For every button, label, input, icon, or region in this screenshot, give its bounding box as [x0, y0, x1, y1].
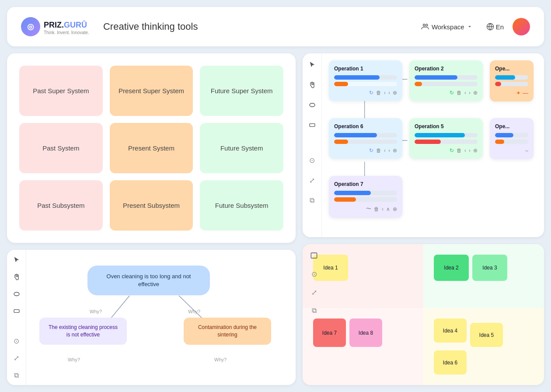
op6-next-icon[interactable]: ›: [388, 147, 390, 154]
op-card-7[interactable]: Operation 7 〜 🗑 ‹ ∧ ⊕: [329, 176, 402, 218]
grid-cell-past-subsystem[interactable]: Past Subsystem: [19, 180, 103, 231]
ops-rect-tool[interactable]: [306, 119, 318, 131]
op6-prev-icon[interactable]: ‹: [384, 147, 386, 154]
shape-tool[interactable]: [10, 289, 23, 298]
op-bar-2a: [415, 75, 478, 80]
ideas-copy-tool[interactable]: ⧉: [308, 304, 320, 317]
workspace-label: Workspace: [432, 23, 464, 31]
op-partial2-icon[interactable]: ~: [525, 147, 528, 154]
ops-target-tool[interactable]: ⊙: [306, 154, 318, 166]
fishbone-right-node[interactable]: Contamination during the sintering: [184, 318, 271, 345]
op7-wave-icon[interactable]: 〜: [366, 205, 371, 213]
grid-cell-future-subsystem[interactable]: Future Subsystem: [200, 180, 283, 231]
op3-partial-icon[interactable]: ✦: [516, 90, 521, 96]
quadrant-3: Idea 7 Idea 8: [303, 308, 423, 385]
language-button[interactable]: En: [486, 23, 504, 31]
op7-prev-icon[interactable]: ‹: [382, 206, 384, 212]
workspace-button[interactable]: Workspace: [416, 19, 478, 34]
idea-sticky-4[interactable]: Idea 4: [434, 318, 467, 343]
op-title-2: Operation 2: [415, 66, 478, 72]
ops-hand-tool[interactable]: [306, 79, 318, 91]
idea-sticky-2[interactable]: Idea 2: [434, 255, 469, 281]
app-title: Creative thinking tools: [103, 21, 198, 32]
ideas-rect-tool[interactable]: [308, 249, 320, 262]
op2-next-icon[interactable]: ›: [469, 90, 471, 96]
op2-add-icon[interactable]: ⊕: [473, 90, 478, 96]
op-bar-3a: [495, 75, 528, 80]
fishbone-main-node[interactable]: Oven cleaning is too long and not effect…: [87, 266, 210, 295]
ideas-expand-tool[interactable]: ⤢: [308, 286, 320, 298]
idea-sticky-5[interactable]: Idea 5: [470, 323, 503, 347]
svg-point-1: [425, 24, 428, 26]
op6-refresh-icon[interactable]: ↻: [369, 147, 373, 154]
op7-delete-icon[interactable]: 🗑: [374, 206, 379, 212]
grid-cell-present-super-system[interactable]: Present Super System: [110, 66, 193, 116]
why-label-4: Why?: [214, 357, 227, 362]
header-right: Workspace En: [416, 18, 530, 35]
nine-box-grid: Past Super System Present Super System F…: [19, 66, 283, 231]
op-card-partial-2[interactable]: Ope... ~: [490, 118, 534, 159]
op6-delete-icon[interactable]: 🗑: [376, 147, 381, 154]
op5-refresh-icon[interactable]: ↻: [450, 147, 454, 154]
avatar[interactable]: [513, 18, 530, 35]
op-card-3-partial[interactable]: Ope... ✦ ―: [490, 60, 534, 102]
op2-delete-icon[interactable]: 🗑: [457, 90, 462, 96]
idea-8-label: Idea 8: [359, 330, 373, 336]
op6-add-icon[interactable]: ⊕: [393, 147, 397, 154]
op5-prev-icon[interactable]: ‹: [464, 147, 466, 154]
op-card-1[interactable]: Operation 1 ↻ 🗑 ‹ › ⊕: [329, 60, 402, 101]
grid-cell-past-system[interactable]: Past System: [19, 123, 103, 173]
grid-cell-future-system[interactable]: Future System: [200, 123, 283, 173]
op2-refresh-icon[interactable]: ↻: [450, 90, 454, 96]
idea-sticky-7[interactable]: Idea 7: [313, 318, 346, 347]
svg-point-7: [310, 103, 315, 107]
target-tool[interactable]: ⊙: [10, 336, 23, 346]
copy-tool[interactable]: ⧉: [10, 371, 23, 380]
op3-minus-icon[interactable]: ―: [523, 90, 528, 96]
op-card-2[interactable]: Operation 2 ↻ 🗑 ‹ › ⊕: [409, 60, 483, 101]
hand-tool[interactable]: [10, 272, 23, 281]
rect-tool[interactable]: [10, 306, 23, 315]
op5-delete-icon[interactable]: 🗑: [457, 147, 462, 154]
op-prev-icon[interactable]: ‹: [384, 90, 386, 96]
fishbone-diagram: Oven cleaning is too long and not effect…: [26, 250, 296, 385]
grid-cell-past-super-system[interactable]: Past Super System: [19, 66, 103, 116]
op-add-icon[interactable]: ⊕: [393, 90, 397, 96]
op7-add-icon[interactable]: ⊕: [393, 206, 397, 212]
ops-expand-tool[interactable]: ⤢: [306, 174, 318, 186]
op2-prev-icon[interactable]: ‹: [464, 90, 466, 96]
op-card-6[interactable]: Operation 6 ↻ 🗑 ‹ › ⊕: [329, 118, 402, 159]
ideas-target-tool[interactable]: ⊙: [308, 268, 320, 280]
quadrant-1: Idea 1: [303, 244, 423, 308]
cursor-tool[interactable]: [10, 255, 23, 264]
svg-point-3: [14, 292, 19, 296]
ops-copy-tool[interactable]: ⧉: [306, 194, 318, 206]
op5-add-icon[interactable]: ⊕: [473, 147, 478, 154]
op-delete-icon[interactable]: 🗑: [376, 90, 381, 96]
grid-cell-present-system[interactable]: Present System: [110, 123, 193, 173]
fishbone-right-label: Contamination during the sintering: [198, 324, 257, 338]
ops-shape-tool[interactable]: [306, 99, 318, 111]
op-next-icon[interactable]: ›: [388, 90, 390, 96]
op-title-5: Operation 5: [415, 123, 478, 130]
svg-rect-13: [311, 253, 317, 258]
op-card-5[interactable]: Operation 5 ↻ 🗑 ‹ › ⊕: [409, 118, 483, 159]
expand-tool[interactable]: ⤢: [10, 354, 23, 363]
op5-next-icon[interactable]: ›: [469, 147, 471, 154]
op-card-5-actions: ↻ 🗑 ‹ › ⊕: [415, 147, 478, 154]
idea-sticky-6[interactable]: Idea 6: [434, 350, 467, 374]
op-title-1: Operation 1: [334, 66, 397, 72]
ops-cursor-tool[interactable]: [306, 59, 318, 71]
fishbone-left-node[interactable]: The existing cleaning process is not eff…: [39, 318, 127, 345]
idea-sticky-3[interactable]: Idea 3: [472, 255, 507, 281]
grid-cell-future-super-system[interactable]: Future Super System: [200, 66, 283, 116]
lang-label: En: [496, 23, 504, 31]
op-bar-1a: [334, 75, 397, 80]
grid-cell-label: Future System: [220, 144, 263, 152]
grid-cell-label: Future Subsystem: [215, 202, 269, 209]
header: ◎ PRIZ.GURŪ Think. Invent. Innovate. Cre…: [7, 7, 544, 46]
grid-cell-present-subsystem[interactable]: Present Subsystem: [110, 180, 193, 231]
idea-sticky-8[interactable]: Idea 8: [349, 318, 382, 347]
op-refresh-icon[interactable]: ↻: [369, 90, 373, 96]
op7-up-icon[interactable]: ∧: [386, 206, 390, 212]
